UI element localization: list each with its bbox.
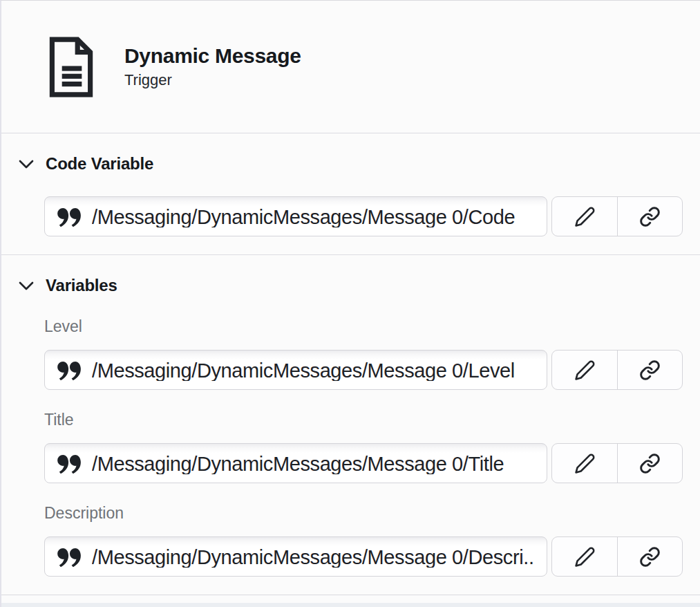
bottom-edge-strip: [1, 603, 700, 607]
variable-row: /Messaging/DynamicMessages/Message 0/Cod…: [44, 196, 683, 236]
variable-path-input[interactable]: /Messaging/DynamicMessages/Message 0/Tit…: [44, 443, 547, 483]
field-action-group: [551, 196, 683, 236]
variable-path-value: /Messaging/DynamicMessages/Message 0/Lev…: [92, 359, 515, 381]
edit-button[interactable]: [552, 537, 617, 576]
section-collapse-button[interactable]: [18, 156, 35, 172]
quote-icon: [57, 548, 81, 567]
link-icon: [639, 206, 661, 227]
pencil-icon: [574, 453, 596, 474]
link-button[interactable]: [617, 444, 682, 483]
chevron-down-icon: [19, 160, 34, 169]
link-icon: [639, 546, 661, 568]
field-action-group: [551, 350, 683, 390]
chevron-down-icon: [19, 281, 34, 290]
pencil-icon: [574, 546, 596, 568]
variable-field: Level /Messaging/DynamicMessages/Message…: [44, 318, 683, 390]
sections-container: Code Variable /Messaging/DynamicMessages…: [1, 133, 700, 595]
variable-path-value: /Messaging/DynamicMessages/Message 0/Cod…: [92, 206, 515, 227]
variable-field: Description /Messaging/DynamicMessages/M…: [44, 505, 683, 577]
edit-button[interactable]: [552, 444, 617, 483]
quote-icon: [57, 208, 81, 227]
variable-path-value: /Messaging/DynamicMessages/Message 0/Des…: [92, 546, 534, 568]
variable-path-input[interactable]: /Messaging/DynamicMessages/Message 0/Lev…: [44, 350, 547, 390]
link-icon: [639, 453, 661, 474]
variable-label: Title: [44, 411, 683, 428]
quote-icon: [57, 455, 81, 474]
document-icon: [47, 37, 95, 97]
header-text: Dynamic Message Trigger: [124, 44, 301, 88]
link-button[interactable]: [617, 351, 682, 389]
section-title: Code Variable: [46, 154, 153, 174]
variable-label: Description: [44, 505, 683, 521]
section-fields: Level /Messaging/DynamicMessages/Message…: [44, 318, 683, 577]
section-collapse-button[interactable]: [18, 277, 35, 294]
variable-path-input[interactable]: /Messaging/DynamicMessages/Message 0/Cod…: [44, 196, 547, 236]
variable-row: /Messaging/DynamicMessages/Message 0/Lev…: [44, 350, 683, 390]
trigger-config-panel: Dynamic Message Trigger Code Variable: [0, 0, 700, 607]
variable-path-value: /Messaging/DynamicMessages/Message 0/Tit…: [92, 453, 504, 474]
link-button[interactable]: [617, 197, 682, 236]
link-button[interactable]: [617, 537, 682, 576]
field-action-group: [551, 443, 683, 483]
page-title: Dynamic Message: [124, 44, 301, 67]
section-title: Variables: [46, 276, 117, 295]
config-section: Code Variable /Messaging/DynamicMessages…: [1, 133, 700, 255]
edit-button[interactable]: [552, 351, 617, 389]
section-fields: /Messaging/DynamicMessages/Message 0/Cod…: [44, 196, 683, 236]
pencil-icon: [574, 359, 596, 381]
variable-row: /Messaging/DynamicMessages/Message 0/Des…: [44, 536, 683, 577]
quote-icon: [57, 362, 81, 380]
link-icon: [639, 359, 661, 381]
pencil-icon: [574, 206, 596, 227]
variable-row: /Messaging/DynamicMessages/Message 0/Tit…: [44, 443, 683, 483]
edit-button[interactable]: [552, 197, 617, 236]
variable-path-input[interactable]: /Messaging/DynamicMessages/Message 0/Des…: [44, 536, 547, 577]
variable-field: /Messaging/DynamicMessages/Message 0/Cod…: [44, 196, 683, 236]
trigger-type-label: Trigger: [124, 72, 301, 88]
variable-field: Title /Messaging/DynamicMessages/Message…: [44, 411, 683, 483]
field-action-group: [551, 536, 683, 577]
variable-label: Level: [44, 318, 683, 335]
section-header: Code Variable: [18, 154, 683, 174]
panel-header: Dynamic Message Trigger: [1, 1, 700, 133]
section-header: Variables: [18, 276, 683, 295]
config-section: Variables Level /Messaging/DynamicMessag…: [1, 255, 700, 595]
